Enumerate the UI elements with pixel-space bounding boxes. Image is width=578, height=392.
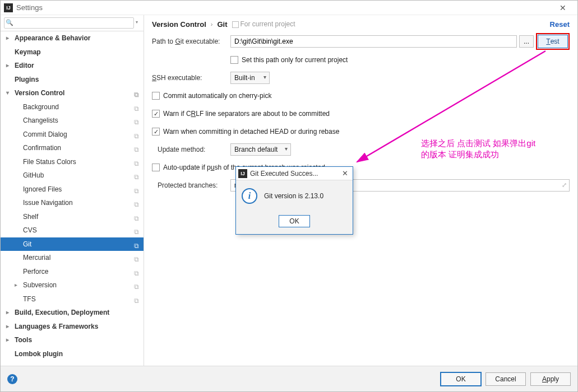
sidebar-item-mercurial[interactable]: Mercurial⧉ [1,251,144,265]
sidebar-item-ignored-files[interactable]: Ignored Files⧉ [1,183,144,197]
scope-badge: For current project [232,20,295,28]
dialog-ok-button[interactable]: OK [279,215,310,227]
crlf-warn-checkbox[interactable] [152,110,160,118]
reset-link[interactable]: Reset [550,20,570,29]
protected-branches-label: Protected branches: [152,181,230,189]
sidebar-item-languages-frameworks[interactable]: ▸Languages & Frameworks [1,320,144,334]
annotation-text: 选择之后 点击测试 如果弹出git 的版本 证明集成成功 [421,138,535,160]
sidebar-item-label: TFS [23,295,36,303]
sidebar-item-issue-navigation[interactable]: Issue Navigation⧉ [1,196,144,210]
sidebar-item-label: Changelists [23,116,58,124]
sidebar-item-label: Languages & Frameworks [15,323,98,330]
path-label: Path to Git executable: [152,38,230,45]
sidebar-item-label: Perforce [23,268,48,276]
sidebar-item-label: Confirmation [23,144,61,152]
dialog-title: Git Executed Succes... [250,170,318,178]
sidebar-item-editor[interactable]: ▸Editor [1,59,144,73]
set-path-project-label: Set this path only for current project [242,56,348,64]
chevron-right-icon[interactable]: ▸ [6,333,9,347]
sidebar-item-plugins[interactable]: Plugins [1,73,144,87]
ssh-label: SSH executable: [152,74,230,82]
chevron-down-icon[interactable]: ▾ [6,86,9,100]
chevron-right-icon[interactable]: ▸ [6,31,9,45]
search-dropdown-icon[interactable]: ▾ [136,20,138,25]
expand-icon[interactable]: ⤢ [562,181,567,189]
git-path-input[interactable] [230,35,517,48]
sidebar: 🔍 ▾ ▸Appearance & BehaviorKeymap▸EditorP… [1,15,144,366]
crlf-warn-label: Warn if CRLF line separators are about t… [163,110,330,118]
dialog-close-icon[interactable]: ✕ [340,169,350,178]
sidebar-item-github[interactable]: GitHub⧉ [1,169,144,183]
sidebar-item-label: Keymap [15,48,41,56]
sidebar-item-label: Ignored Files [23,185,62,193]
cancel-button[interactable]: Cancel [485,372,526,386]
breadcrumb: Version Control › Git For current projec… [144,15,577,33]
search-bar: 🔍 ▾ [1,15,144,31]
search-input[interactable] [4,17,134,29]
sidebar-item-label: Subversion [23,281,57,289]
sidebar-item-keymap[interactable]: Keymap [1,45,144,59]
sidebar-item-label: Editor [15,62,34,69]
sidebar-item-subversion[interactable]: ▸Subversion⧉ [1,278,144,292]
git-success-dialog: IJ Git Executed Succes... ✕ i Git versio… [235,166,353,235]
sidebar-item-label: File Status Colors [23,158,76,166]
breadcrumb-current: Git [217,20,227,29]
update-method-select[interactable]: Branch default [230,143,291,156]
chevron-right-icon[interactable]: ▸ [6,306,9,320]
sidebar-item-label: Mercurial [23,254,50,262]
dialog-footer: ? OK Cancel Apply [1,366,577,391]
chevron-right-icon: › [211,21,213,27]
sidebar-item-git[interactable]: Git⧉ [1,237,144,251]
sidebar-item-label: Tools [15,336,32,344]
cherry-pick-label: Commit automatically on cherry-pick [163,92,271,100]
sidebar-item-commit-dialog[interactable]: Commit Dialog⧉ [1,128,144,142]
sidebar-item-version-control[interactable]: ▾Version Control⧉ [1,86,144,100]
sidebar-item-changelists[interactable]: Changelists⧉ [1,114,144,128]
sidebar-item-cvs[interactable]: CVS⧉ [1,223,144,237]
help-icon[interactable]: ? [7,374,17,384]
window-title: Settings [16,3,43,12]
auto-update-checkbox[interactable] [152,164,160,171]
set-path-project-checkbox[interactable] [230,56,238,64]
sidebar-item-label: CVS [23,226,37,234]
sidebar-item-label: Issue Navigation [23,199,73,207]
cherry-pick-checkbox[interactable] [152,92,160,100]
detached-warn-label: Warn when committing in detached HEAD or… [163,128,339,136]
dialog-message: Git version is 2.13.0 [264,192,323,200]
update-method-label: Update method: [152,146,230,153]
sidebar-item-file-status-colors[interactable]: File Status Colors⧉ [1,155,144,169]
ssh-executable-select[interactable]: Built-in [230,72,270,84]
sidebar-item-perforce[interactable]: Perforce⧉ [1,265,144,279]
chevron-right-icon[interactable]: ▸ [6,320,9,334]
titlebar: IJ Settings ✕ [1,1,577,15]
detached-warn-checkbox[interactable] [152,128,160,136]
search-icon: 🔍 [6,19,13,26]
settings-tree[interactable]: ▸Appearance & BehaviorKeymap▸EditorPlugi… [1,31,144,366]
sidebar-item-label: Version Control [15,89,64,97]
sidebar-item-label: Plugins [15,76,39,83]
close-icon[interactable]: ✕ [552,3,574,12]
chevron-right-icon[interactable]: ▸ [6,59,9,73]
browse-button[interactable]: ... [519,35,534,48]
sidebar-item-label: Background [23,103,59,111]
sidebar-item-appearance-behavior[interactable]: ▸Appearance & Behavior [1,31,144,45]
sidebar-item-lombok-plugin[interactable]: Lombok plugin [1,347,144,361]
breadcrumb-parent[interactable]: Version Control [152,20,206,29]
test-button[interactable]: Test [538,35,568,48]
sidebar-item-build-execution-deployment[interactable]: ▸Build, Execution, Deployment [1,306,144,320]
apply-button[interactable]: Apply [530,372,571,386]
sidebar-item-confirmation[interactable]: Confirmation⧉ [1,141,144,155]
chevron-right-icon[interactable]: ▸ [15,278,17,292]
sidebar-item-shelf[interactable]: Shelf⧉ [1,210,144,224]
ok-button[interactable]: OK [441,372,481,386]
app-icon: IJ [4,3,13,12]
info-icon: i [242,188,257,204]
sidebar-item-tools[interactable]: ▸Tools [1,333,144,347]
dialog-app-icon: IJ [238,169,247,178]
sidebar-item-label: Commit Dialog [23,130,67,138]
sidebar-item-label: GitHub [23,171,44,179]
sidebar-item-label: Shelf [23,213,38,221]
sidebar-item-background[interactable]: Background⧉ [1,100,144,114]
sidebar-item-label: Appearance & Behavior [15,34,90,42]
sidebar-item-tfs[interactable]: TFS⧉ [1,292,144,306]
